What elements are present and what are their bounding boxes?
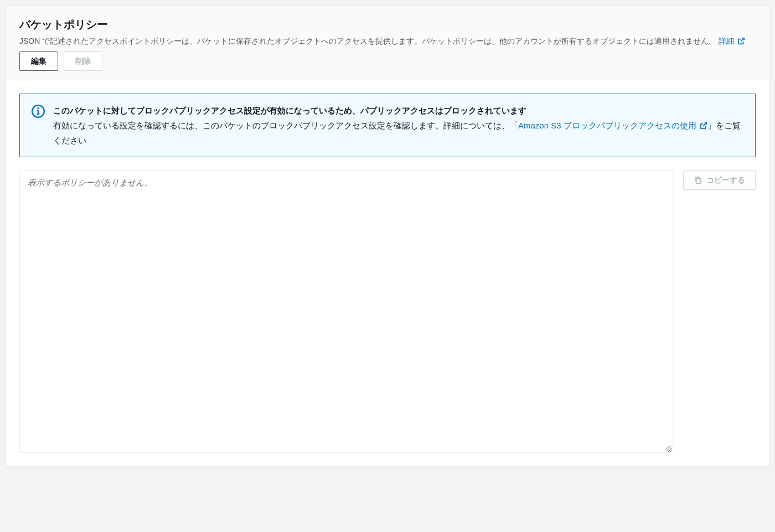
- button-row: 編集 削除: [19, 51, 756, 71]
- policy-editor[interactable]: 表示するポリシーがありません。: [19, 171, 673, 453]
- alert-text-prefix: 有効になっている設定を確認するには、このバケットのブロックパブリックアクセス設定…: [53, 121, 518, 130]
- copy-button: コピーする: [683, 171, 756, 190]
- alert-title: このバケットに対してブロックパブリックアクセス設定が有効になっているため、パブリ…: [53, 103, 744, 118]
- panel-description: JSON で記述されたアクセスポイントポリシーは、バケットに保存されたオブジェク…: [19, 35, 756, 47]
- external-link-icon: [700, 122, 707, 130]
- info-alert: このバケットに対してブロックパブリックアクセス設定が有効になっているため、パブリ…: [19, 94, 756, 157]
- external-link-icon: [737, 37, 745, 45]
- panel-header: バケットポリシー JSON で記述されたアクセスポイントポリシーは、バケットに保…: [6, 6, 769, 80]
- description-text: JSON で記述されたアクセスポイントポリシーは、バケットに保存されたオブジェク…: [19, 37, 716, 45]
- block-public-access-link[interactable]: Amazon S3 ブロックパブリックアクセスの使用: [518, 121, 707, 130]
- copy-icon: [694, 176, 702, 184]
- edit-button[interactable]: 編集: [19, 51, 58, 71]
- learn-more-link[interactable]: 詳細: [719, 37, 745, 45]
- panel-title: バケットポリシー: [19, 17, 756, 32]
- delete-button: 削除: [64, 51, 102, 71]
- alert-link-label: Amazon S3 ブロックパブリックアクセスの使用: [518, 121, 699, 130]
- alert-content: このバケットに対してブロックパブリックアクセス設定が有効になっているため、パブリ…: [53, 103, 744, 148]
- alert-text: 有効になっている設定を確認するには、このバケットのブロックパブリックアクセス設定…: [53, 118, 744, 148]
- bucket-policy-panel: バケットポリシー JSON で記述されたアクセスポイントポリシーは、バケットに保…: [6, 6, 769, 467]
- learn-more-label: 詳細: [719, 37, 736, 45]
- svg-point-2: [38, 109, 38, 109]
- policy-row: 表示するポリシーがありません。 コピーする: [19, 171, 756, 453]
- svg-rect-5: [696, 179, 701, 183]
- copy-label: コピーする: [706, 174, 745, 186]
- panel-body: このバケットに対してブロックパブリックアクセス設定が有効になっているため、パブリ…: [6, 80, 769, 466]
- info-icon: [31, 104, 45, 118]
